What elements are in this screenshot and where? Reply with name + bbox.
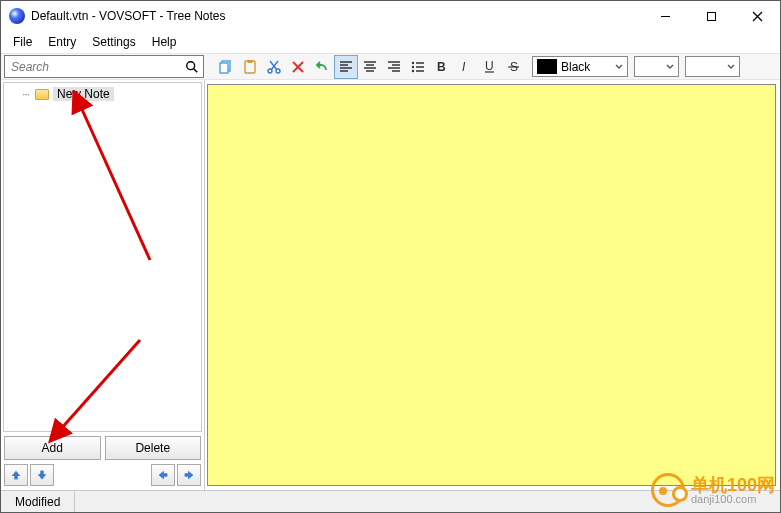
svg-rect-9 <box>248 60 253 63</box>
svg-point-4 <box>187 61 195 69</box>
search-box[interactable] <box>4 55 204 78</box>
italic-button[interactable]: I <box>454 55 478 79</box>
align-right-button[interactable] <box>382 55 406 79</box>
titlebar: Default.vtn - VOVSOFT - Tree Notes <box>1 1 780 31</box>
svg-text:B: B <box>437 60 446 74</box>
tree-connector-icon: ··· <box>22 87 29 101</box>
align-left-button[interactable] <box>334 55 358 79</box>
strikethrough-button[interactable]: S <box>502 55 526 79</box>
svg-text:U: U <box>485 59 494 73</box>
tree-node[interactable]: ··· New Note <box>22 87 114 101</box>
delete-text-button[interactable] <box>286 55 310 79</box>
svg-point-29 <box>412 65 414 67</box>
statusbar: Modified <box>1 490 780 512</box>
menu-entry[interactable]: Entry <box>40 32 84 52</box>
menu-settings[interactable]: Settings <box>84 32 143 52</box>
svg-rect-42 <box>163 473 167 477</box>
paste-button[interactable] <box>238 55 262 79</box>
svg-rect-7 <box>220 63 228 73</box>
prev-button[interactable] <box>151 464 175 486</box>
window-title: Default.vtn - VOVSOFT - Tree Notes <box>31 9 226 23</box>
status-modified: Modified <box>1 491 75 512</box>
svg-rect-41 <box>40 471 44 475</box>
note-editor[interactable] <box>207 84 776 486</box>
underline-button[interactable]: U <box>478 55 502 79</box>
cut-button[interactable] <box>262 55 286 79</box>
chevron-down-icon <box>666 60 674 74</box>
svg-rect-40 <box>14 475 18 479</box>
move-up-button[interactable] <box>4 464 28 486</box>
bullet-list-button[interactable] <box>406 55 430 79</box>
font-size-select[interactable] <box>685 56 740 77</box>
search-icon[interactable] <box>181 60 203 74</box>
folder-icon <box>35 89 49 100</box>
close-button[interactable] <box>734 1 780 31</box>
delete-button[interactable]: Delete <box>105 436 202 460</box>
font-color-select[interactable]: Black <box>532 56 628 77</box>
svg-point-28 <box>412 61 414 63</box>
next-button[interactable] <box>177 464 201 486</box>
font-family-select[interactable] <box>634 56 679 77</box>
align-center-button[interactable] <box>358 55 382 79</box>
menu-file[interactable]: File <box>5 32 40 52</box>
bold-button[interactable]: B <box>430 55 454 79</box>
menu-help[interactable]: Help <box>144 32 185 52</box>
chevron-down-icon <box>727 60 735 74</box>
menubar: File Entry Settings Help <box>1 31 780 53</box>
svg-text:I: I <box>462 60 466 74</box>
undo-button[interactable] <box>310 55 334 79</box>
minimize-button[interactable] <box>642 1 688 31</box>
color-swatch-icon <box>537 59 557 74</box>
svg-point-30 <box>412 69 414 71</box>
chevron-down-icon <box>615 60 623 74</box>
search-input[interactable] <box>5 60 181 74</box>
move-down-button[interactable] <box>30 464 54 486</box>
svg-rect-43 <box>185 473 189 477</box>
add-button[interactable]: Add <box>4 436 101 460</box>
svg-rect-1 <box>707 12 715 20</box>
copy-button[interactable] <box>214 55 238 79</box>
color-label: Black <box>561 60 611 74</box>
app-icon <box>9 8 25 24</box>
maximize-button[interactable] <box>688 1 734 31</box>
tree-view[interactable]: ··· New Note <box>3 82 202 432</box>
toolbar: B I U S Black <box>1 53 780 80</box>
sidebar: ··· New Note Add Delete <box>1 80 205 490</box>
tree-node-label: New Note <box>53 87 114 101</box>
svg-line-5 <box>194 68 198 72</box>
